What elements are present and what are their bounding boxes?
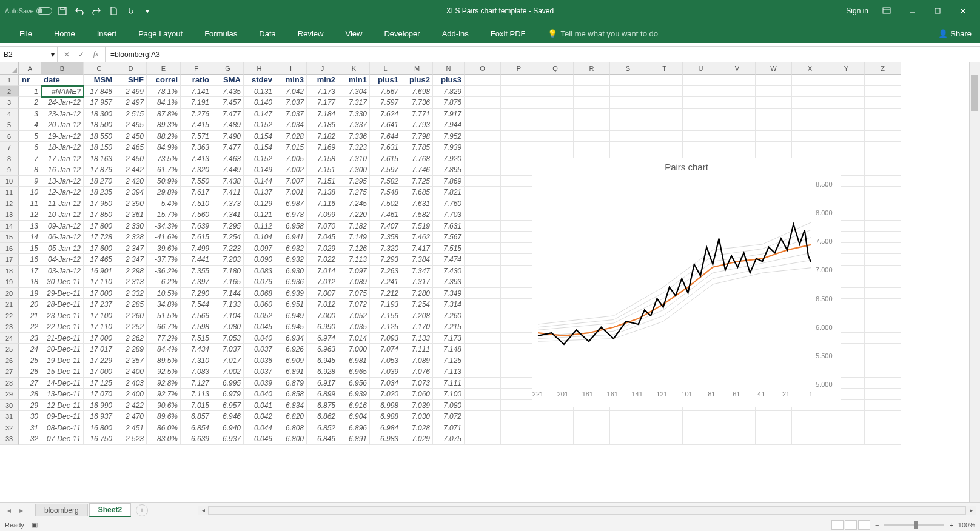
data-cell[interactable]: 31 <box>19 422 41 434</box>
row-header[interactable]: 18 <box>0 266 19 277</box>
header-cell[interactable]: stdev <box>244 75 275 86</box>
row-header[interactable]: 4 <box>0 109 19 120</box>
data-cell[interactable]: 16 <box>19 254 41 266</box>
data-cell[interactable]: 7.149 <box>338 232 370 243</box>
data-cell[interactable]: 2 470 <box>115 411 147 422</box>
data-cell[interactable]: 6.800 <box>275 433 307 445</box>
data-cell[interactable]: 7.477 <box>212 142 244 153</box>
data-cell[interactable]: 7.477 <box>212 109 244 120</box>
data-cell[interactable]: 17-Jan-12 <box>41 153 84 165</box>
column-header-K[interactable]: K <box>338 62 370 75</box>
data-cell[interactable]: 18 550 <box>84 131 115 142</box>
data-cell[interactable]: 7.457 <box>212 97 244 109</box>
column-header-O[interactable]: O <box>465 62 501 75</box>
row-header[interactable]: 20 <box>0 288 19 299</box>
data-cell[interactable]: 6.951 <box>275 299 307 310</box>
data-cell[interactable]: 7.341 <box>212 209 244 221</box>
data-cell[interactable]: 17 800 <box>84 221 115 232</box>
data-cell[interactable]: 2 403 <box>115 378 147 389</box>
data-cell[interactable]: 2 313 <box>115 276 147 288</box>
data-cell[interactable]: 6.945 <box>307 355 338 367</box>
data-cell[interactable]: 7.220 <box>338 209 370 221</box>
data-cell[interactable]: 7.358 <box>370 232 401 243</box>
data-cell[interactable]: 2 400 <box>115 366 147 378</box>
data-cell[interactable]: 2 262 <box>115 333 147 344</box>
data-cell[interactable]: 7.698 <box>401 86 433 98</box>
data-cell[interactable]: 7.290 <box>181 288 212 299</box>
data-cell[interactable]: 7 <box>19 153 41 165</box>
data-cell[interactable]: 17 600 <box>84 243 115 255</box>
data-cell[interactable]: 7.317 <box>338 97 370 109</box>
data-cell[interactable]: 7.515 <box>433 243 465 255</box>
column-header-B[interactable]: B <box>41 62 84 75</box>
data-cell[interactable]: 16 937 <box>84 411 115 422</box>
data-cell[interactable]: 7.037 <box>275 97 307 109</box>
data-cell[interactable]: 25 <box>19 355 41 367</box>
data-cell[interactable]: 7.113 <box>433 366 465 378</box>
data-cell[interactable]: 7.631 <box>401 198 433 210</box>
tab-developer[interactable]: Developer <box>375 24 428 43</box>
data-cell[interactable]: 61.7% <box>147 164 181 176</box>
data-cell[interactable]: 7.001 <box>275 187 307 198</box>
data-cell[interactable]: 7.191 <box>181 97 212 109</box>
data-cell[interactable]: 7.869 <box>433 176 465 187</box>
data-cell[interactable]: 2 357 <box>115 355 147 367</box>
data-cell[interactable]: 7.571 <box>181 131 212 142</box>
row-header[interactable]: 26 <box>0 355 19 367</box>
data-cell[interactable]: 6.963 <box>307 344 338 355</box>
header-cell[interactable]: MSM <box>84 75 115 86</box>
data-cell[interactable]: 0.036 <box>244 355 275 367</box>
column-header-X[interactable]: X <box>792 62 828 75</box>
data-cell[interactable]: 7.821 <box>433 187 465 198</box>
data-cell[interactable]: 8 <box>19 164 41 176</box>
data-cell[interactable]: 7.097 <box>338 266 370 277</box>
data-cell[interactable]: 7.300 <box>338 164 370 176</box>
view-pagebreak-icon[interactable] <box>858 520 870 530</box>
data-cell[interactable]: 7.330 <box>338 109 370 120</box>
row-header[interactable]: 31 <box>0 411 19 422</box>
data-cell[interactable]: 7.449 <box>212 164 244 176</box>
data-cell[interactable]: 17 125 <box>84 378 115 389</box>
vertical-scrollbar[interactable] <box>969 62 980 502</box>
row-header[interactable]: 29 <box>0 389 19 400</box>
sheet-nav-next-icon[interactable]: ▸ <box>16 506 27 515</box>
data-cell[interactable]: 7.502 <box>370 198 401 210</box>
header-cell[interactable]: plus1 <box>370 75 401 86</box>
data-cell[interactable]: 7.393 <box>433 276 465 288</box>
data-cell[interactable]: 7.490 <box>212 131 244 142</box>
data-cell[interactable]: 7.349 <box>433 288 465 299</box>
data-cell[interactable]: 7.126 <box>338 243 370 255</box>
maximize-icon[interactable] <box>925 2 950 19</box>
data-cell[interactable]: 12-Dec-11 <box>41 400 84 412</box>
data-cell[interactable]: 2 328 <box>115 232 147 243</box>
header-cell[interactable]: plus2 <box>401 75 433 86</box>
data-cell[interactable]: 7.012 <box>307 299 338 310</box>
data-cell[interactable]: 0.140 <box>244 97 275 109</box>
column-header-L[interactable]: L <box>370 62 401 75</box>
data-cell[interactable]: 16-Jan-12 <box>41 164 84 176</box>
row-header[interactable]: 17 <box>0 254 19 266</box>
data-cell[interactable]: 32 <box>19 433 41 445</box>
data-cell[interactable]: 2 332 <box>115 288 147 299</box>
data-cell[interactable]: 84.1% <box>147 97 181 109</box>
column-header-U[interactable]: U <box>683 62 719 75</box>
data-cell[interactable]: 2 400 <box>115 389 147 400</box>
column-header-I[interactable]: I <box>275 62 307 75</box>
data-cell[interactable]: 6.879 <box>275 378 307 389</box>
data-cell[interactable]: 7.337 <box>338 119 370 131</box>
data-cell[interactable]: 7.148 <box>433 344 465 355</box>
data-cell[interactable]: 0.152 <box>244 153 275 165</box>
data-cell[interactable]: 7.089 <box>338 276 370 288</box>
data-cell[interactable]: 6.984 <box>370 422 401 434</box>
data-cell[interactable]: 7.000 <box>338 344 370 355</box>
data-cell[interactable]: 6.956 <box>338 378 370 389</box>
data-cell[interactable]: -15.7% <box>147 209 181 221</box>
data-cell[interactable]: 7.002 <box>212 366 244 378</box>
data-cell[interactable]: 7.156 <box>370 310 401 322</box>
data-cell[interactable]: 7.323 <box>338 142 370 153</box>
header-cell[interactable]: correl <box>147 75 181 86</box>
tab-home[interactable]: Home <box>45 24 84 43</box>
data-cell[interactable]: 7.736 <box>401 97 433 109</box>
data-cell[interactable]: 7.876 <box>433 97 465 109</box>
header-cell[interactable]: SMA <box>212 75 244 86</box>
